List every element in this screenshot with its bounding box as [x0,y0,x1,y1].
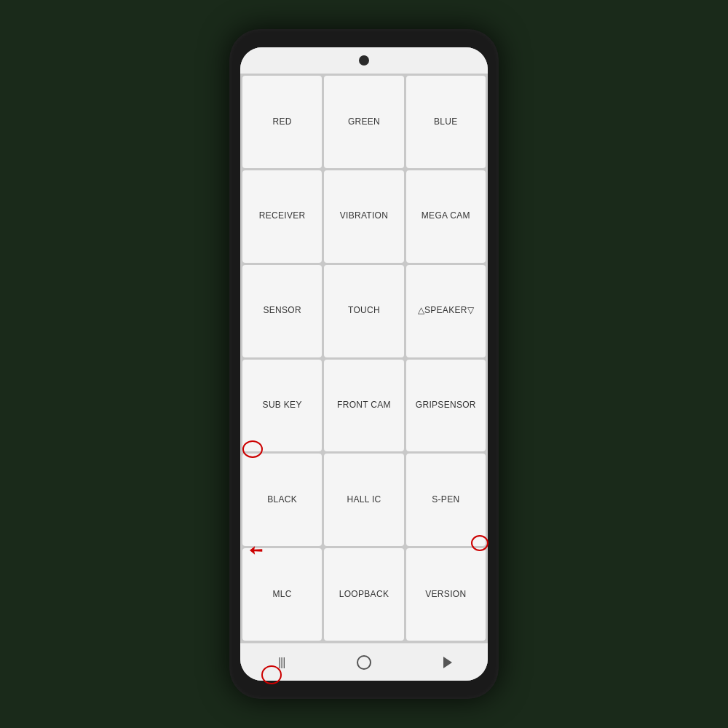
front-camera-dot [359,55,369,66]
cell-label-front-cam: FRONT CAM [337,400,391,411]
cell-label-gripsensor: GRIPSENSOR [416,400,476,411]
test-grid: REDGREENBLUERECEIVERVIBRATIONMEGA CAMSEN… [240,74,488,643]
grid-cell-vibration[interactable]: VIBRATION [324,170,403,263]
grid-cell-front-cam[interactable]: FRONT CAM [324,360,403,452]
home-icon [357,655,371,670]
cell-label-loopback: LOOPBACK [339,589,389,601]
grid-cell-speaker[interactable]: △SPEAKER▽ [406,265,486,357]
grid-cell-hall-ic[interactable]: HALL IC [324,454,403,546]
cell-label-vibration: VIBRATION [340,210,389,222]
grid-cell-blue[interactable]: BLUE [406,76,486,168]
cell-label-sub-key: SUB KEY [263,400,302,411]
cell-label-hall-ic: HALL IC [347,494,381,506]
grid-cell-mlc[interactable]: MLC [242,548,322,641]
cell-label-blue: BLUE [434,116,458,128]
cell-label-green: GREEN [348,116,380,128]
grid-cell-black[interactable]: BLACK [242,454,322,546]
cell-label-mlc: MLC [273,589,292,601]
cell-label-mega-cam: MEGA CAM [422,210,470,222]
recent-apps-icon [278,654,285,670]
grid-cell-s-pen[interactable]: S-PEN [406,454,486,546]
cell-label-s-pen: S-PEN [432,494,459,506]
grid-cell-touch[interactable]: TOUCH [324,265,403,357]
grid-cell-receiver[interactable]: RECEIVER [242,170,322,263]
grid-cell-gripsensor[interactable]: GRIPSENSOR [406,360,486,452]
recent-apps-button[interactable] [260,648,304,677]
grid-cell-sensor[interactable]: SENSOR [242,265,322,357]
grid-cell-sub-key[interactable]: SUB KEY [242,360,322,452]
home-button[interactable] [342,648,386,677]
back-button[interactable] [424,648,468,677]
back-icon [443,657,452,668]
cell-label-touch: TOUCH [348,305,380,317]
grid-cell-version[interactable]: VERSION [406,548,486,641]
grid-cell-green[interactable]: GREEN [324,76,403,168]
cell-label-sensor: SENSOR [263,305,301,317]
cell-label-red: RED [273,116,292,128]
navigation-bar [240,643,488,681]
grid-cell-mega-cam[interactable]: MEGA CAM [406,170,486,263]
phone-screen: REDGREENBLUERECEIVERVIBRATIONMEGA CAMSEN… [240,47,488,681]
cell-label-black: BLACK [267,494,297,506]
grid-cell-red[interactable]: RED [242,76,322,168]
front-camera-area [240,47,488,74]
grid-cell-loopback[interactable]: LOOPBACK [324,548,403,641]
cell-label-receiver: RECEIVER [259,210,306,222]
phone-frame: REDGREENBLUERECEIVERVIBRATIONMEGA CAMSEN… [229,29,499,699]
cell-label-version: VERSION [425,589,466,601]
cell-label-speaker: △SPEAKER▽ [418,305,474,317]
